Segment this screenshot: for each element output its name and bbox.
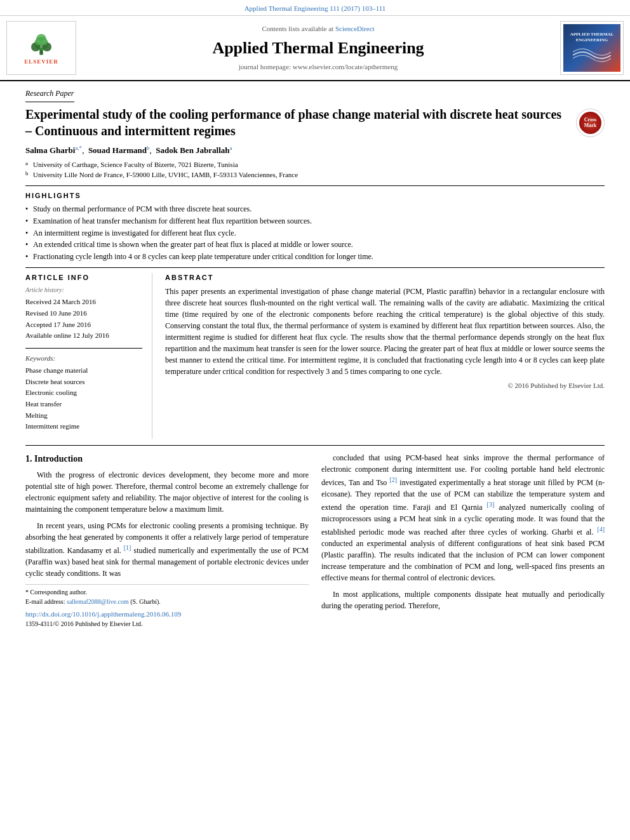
author-2: Souad Harmand	[88, 146, 147, 156]
article-type-label: Research Paper	[25, 88, 74, 102]
journal-header: ELSEVIER Contents lists available at Sci…	[0, 16, 630, 81]
history-label: Article history:	[25, 286, 142, 295]
ref-1: [1]	[124, 544, 131, 551]
affil-letter-b: b	[25, 170, 32, 178]
crossmark-icon: CrossMark	[579, 112, 601, 134]
journal-title-center: Contents lists available at ScienceDirec…	[83, 21, 554, 75]
affiliation-2: b University Lille Nord de France, F-590…	[25, 170, 605, 180]
abstract-text: This paper presents an experimental inve…	[165, 286, 605, 377]
keyword-3: Electronic cooling	[25, 387, 142, 399]
info-abstract-section: ARTICLE INFO Article history: Received 2…	[25, 273, 605, 439]
keyword-6: Intermittent regime	[25, 421, 142, 432]
svg-point-5	[35, 39, 41, 45]
ref-4: [4]	[597, 526, 605, 533]
divider-1	[25, 185, 605, 186]
elsevier-tree-icon	[22, 31, 60, 57]
keyword-4: Heat transfer	[25, 399, 142, 410]
highlight-2: Examination of heat transfer mechanism f…	[25, 216, 605, 227]
author-1: Salma Gharbi	[25, 146, 75, 156]
elsevier-logo: ELSEVIER	[22, 31, 60, 66]
affiliations: a University of Carthage, Science Facult…	[25, 159, 605, 180]
author-3: Sadok Ben Jabrallah	[156, 146, 229, 156]
right-para-2: In most applications, multiple component…	[321, 589, 605, 611]
highlight-4: An extended critical time is shown when …	[25, 239, 605, 250]
body-left-col: 1. Introduction With the progress of ele…	[25, 452, 309, 629]
article-info-col: ARTICLE INFO Article history: Received 2…	[25, 273, 152, 439]
crossmark-badge: CrossMark	[576, 109, 605, 137]
svg-point-6	[42, 39, 48, 45]
sciencedirect-link[interactable]: ScienceDirect	[335, 25, 375, 32]
copyright-line: © 2016 Published by Elsevier Ltd.	[165, 381, 605, 390]
divider-3	[25, 348, 142, 349]
keyword-5: Melting	[25, 410, 142, 422]
divider-4	[25, 445, 605, 446]
affil-text-a: University of Carthage, Science Faculty …	[33, 159, 238, 170]
right-para-1: concluded that using PCM-based heat sink…	[321, 452, 605, 583]
email-name: (S. Gharbi).	[130, 598, 161, 605]
affil-text-b: University Lille Nord de France, F-59000…	[33, 170, 298, 180]
accepted-date: Accepted 17 June 2016	[25, 319, 142, 331]
main-content: Research Paper Experimental study of the…	[0, 81, 630, 635]
article-dates: Received 24 March 2016 Revised 10 June 2…	[25, 297, 142, 341]
article-info-heading: ARTICLE INFO	[25, 273, 142, 283]
revised-date: Revised 10 June 2016	[25, 308, 142, 319]
journal-reference-bar: Applied Thermal Engineering 111 (2017) 1…	[0, 0, 630, 16]
body-columns: 1. Introduction With the progress of ele…	[25, 452, 605, 629]
affil-letter-a: a	[25, 159, 32, 168]
doi-link[interactable]: http://dx.doi.org/10.1016/j.applthermale…	[25, 610, 181, 618]
journal-ref-text: Applied Thermal Engineering 111 (2017) 1…	[245, 4, 386, 12]
author-1-sup: a,*	[75, 145, 82, 151]
corr-note: * Corresponding author.	[25, 587, 309, 597]
author-2-sup: b	[147, 145, 150, 151]
keyword-1: Phase change material	[25, 365, 142, 377]
article-title-row: Experimental study of the cooling perfor…	[25, 106, 605, 139]
divider-2	[25, 267, 605, 268]
highlights-list: Study on thermal performance of PCM with…	[25, 204, 605, 262]
body-right-col: concluded that using PCM-based heat sink…	[321, 452, 605, 629]
keywords-label: Keywords:	[25, 354, 142, 363]
highlights-heading: HIGHLIGHTS	[25, 191, 605, 201]
article-title: Experimental study of the cooling perfor…	[25, 106, 570, 139]
elsevier-brand-text: ELSEVIER	[24, 58, 58, 66]
affiliation-1: a University of Carthage, Science Facult…	[25, 159, 605, 170]
received-date: Received 24 March 2016	[25, 297, 142, 308]
ref-2: [2]	[390, 476, 398, 483]
footnote-section: * Corresponding author. E-mail address: …	[25, 584, 309, 629]
available-date: Available online 12 July 2016	[25, 330, 142, 342]
ref-3: [3]	[487, 501, 495, 508]
issn-line: 1359-4311/© 2016 Published by Elsevier L…	[25, 619, 309, 629]
abstract-heading: ABSTRACT	[165, 273, 605, 283]
abstract-col: ABSTRACT This paper presents an experime…	[165, 273, 605, 439]
keywords-section: Keywords: Phase change material Discrete…	[25, 354, 142, 432]
journal-title: Applied Thermal Engineering	[212, 37, 424, 60]
journal-logo-waves	[573, 46, 611, 65]
intro-para-1: With the progress of electronic devices …	[25, 469, 309, 515]
email-note: E-mail address: sallemaf2088@live.com (S…	[25, 597, 309, 606]
highlight-3: An intermittent regime is investigated f…	[25, 228, 605, 239]
elsevier-logo-box: ELSEVIER	[6, 21, 76, 75]
journal-homepage: journal homepage: www.elsevier.com/locat…	[239, 62, 398, 72]
doi-line: http://dx.doi.org/10.1016/j.applthermale…	[25, 609, 309, 620]
intro-para-2: In recent years, using PCMs for electron…	[25, 520, 309, 579]
email-label: E-mail address:	[25, 598, 65, 605]
intro-heading: 1. Introduction	[25, 452, 309, 465]
highlights-section: HIGHLIGHTS Study on thermal performance …	[25, 191, 605, 262]
crossmark-label: CrossMark	[584, 117, 597, 129]
journal-logo-box: APPLIED THERMAL ENGINEERING	[560, 21, 624, 75]
journal-logo-text: APPLIED THERMAL ENGINEERING	[566, 32, 618, 43]
authors-line: Salma Gharbia,*, Souad Harmandb, Sadok B…	[25, 144, 605, 157]
journal-logo-graphic: APPLIED THERMAL ENGINEERING	[563, 24, 620, 72]
email-link[interactable]: sallemaf2088@live.com	[67, 598, 129, 605]
author-3-sup: a	[230, 145, 232, 151]
highlight-1: Study on thermal performance of PCM with…	[25, 204, 605, 215]
highlight-5: Fractionating cycle length into 4 or 8 c…	[25, 251, 605, 262]
article-history: Article history: Received 24 March 2016 …	[25, 286, 142, 341]
keyword-2: Discrete heat sources	[25, 377, 142, 388]
sciencedirect-line: Contents lists available at ScienceDirec…	[262, 24, 374, 34]
